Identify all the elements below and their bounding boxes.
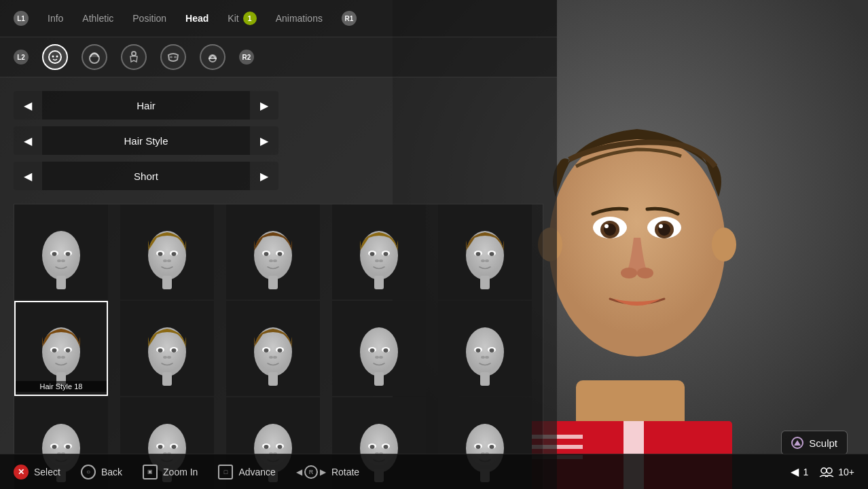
svg-point-20 bbox=[49, 51, 61, 63]
tab-kit-label: Kit bbox=[228, 13, 238, 24]
back-label: Back bbox=[101, 467, 122, 477]
svg-point-150 bbox=[827, 468, 832, 473]
hair-style-item-10[interactable] bbox=[438, 301, 532, 396]
svg-point-83 bbox=[163, 356, 167, 359]
left-panel: L1 Info Athletic Position Head Kit 1 Ani… bbox=[0, 0, 557, 489]
svg-point-64 bbox=[476, 252, 481, 256]
back-action: ○ Back bbox=[81, 465, 122, 479]
r1-button[interactable]: R1 bbox=[342, 11, 357, 26]
hair-style-item-1[interactable] bbox=[14, 204, 108, 300]
hair-style-item-3[interactable] bbox=[226, 204, 320, 300]
hair-style-item-7[interactable] bbox=[120, 301, 214, 396]
hair-style-item-6[interactable]: Hair Style 18 bbox=[14, 301, 108, 396]
face-icon-btn[interactable] bbox=[42, 44, 68, 70]
svg-point-59 bbox=[375, 259, 379, 262]
svg-point-66 bbox=[490, 252, 494, 256]
zoom-action: ▣ Zoom In bbox=[143, 465, 198, 479]
tab-kit[interactable]: Kit 1 bbox=[228, 12, 256, 25]
mask-icon-btn[interactable] bbox=[160, 44, 186, 70]
svg-point-68 bbox=[485, 259, 489, 262]
top-nav: L1 Info Athletic Position Head Kit 1 Ani… bbox=[0, 0, 557, 37]
svg-point-100 bbox=[379, 356, 383, 359]
r2-button[interactable]: R2 bbox=[239, 50, 254, 65]
hat-icon-btn[interactable] bbox=[200, 44, 225, 70]
hair-style-item-4[interactable] bbox=[332, 204, 426, 300]
svg-point-84 bbox=[167, 356, 171, 359]
tab-athletic-label: Athletic bbox=[82, 13, 113, 24]
hair-style-item-2[interactable] bbox=[120, 204, 214, 300]
svg-point-26 bbox=[174, 56, 177, 58]
hair-style-item-5[interactable] bbox=[438, 204, 532, 300]
selector-area: ◀ Hair ▶ ◀ Hair Style ▶ ◀ Short ▶ bbox=[0, 77, 557, 204]
body-icon-btn[interactable] bbox=[121, 44, 147, 70]
svg-point-82 bbox=[172, 348, 177, 352]
svg-rect-86 bbox=[268, 372, 278, 386]
svg-point-88 bbox=[264, 348, 269, 352]
sub-nav: L2 bbox=[0, 37, 557, 77]
hair-next-btn[interactable]: ▶ bbox=[250, 91, 278, 120]
circle-button[interactable]: ○ bbox=[81, 465, 96, 479]
l2-button[interactable]: L2 bbox=[14, 50, 29, 65]
svg-point-98 bbox=[384, 348, 388, 352]
svg-point-91 bbox=[269, 356, 273, 359]
hair-style-item-9[interactable] bbox=[332, 301, 426, 396]
hair-style-item-8[interactable] bbox=[226, 301, 320, 396]
tab-info[interactable]: Info bbox=[48, 13, 63, 24]
svg-point-52 bbox=[273, 259, 277, 262]
l1-button[interactable]: L1 bbox=[14, 11, 29, 26]
hair-prev-btn[interactable]: ◀ bbox=[14, 91, 42, 120]
zoom-button[interactable]: ▣ bbox=[143, 465, 158, 479]
svg-rect-38 bbox=[162, 276, 172, 289]
hair-style-prev-btn[interactable]: ◀ bbox=[14, 126, 42, 155]
svg-point-138 bbox=[384, 445, 388, 449]
svg-point-93 bbox=[360, 327, 398, 376]
svg-point-67 bbox=[481, 259, 485, 262]
svg-point-32 bbox=[52, 252, 57, 256]
svg-point-42 bbox=[172, 252, 177, 256]
rotate-action: ◀ R ▶ Rotate bbox=[296, 465, 359, 479]
x-button[interactable]: ✕ bbox=[14, 465, 29, 479]
svg-point-74 bbox=[66, 348, 71, 352]
advance-button[interactable]: □ bbox=[218, 465, 233, 479]
hair-style-label: Hair Style bbox=[42, 135, 250, 147]
tab-athletic[interactable]: Athletic bbox=[82, 13, 113, 24]
hair-face-svg bbox=[137, 311, 198, 386]
hair-style-selector: ◀ Hair Style ▶ bbox=[14, 126, 278, 155]
zoom-label: Zoom In bbox=[163, 467, 198, 477]
hair-face-svg bbox=[454, 215, 516, 289]
svg-point-22 bbox=[56, 56, 58, 58]
tab-position[interactable]: Position bbox=[132, 13, 166, 24]
svg-rect-54 bbox=[374, 276, 384, 289]
svg-rect-30 bbox=[56, 276, 66, 289]
svg-point-25 bbox=[170, 56, 173, 58]
length-prev-btn[interactable]: ◀ bbox=[14, 162, 42, 190]
svg-point-104 bbox=[476, 348, 481, 352]
svg-point-101 bbox=[466, 327, 504, 376]
length-selector: ◀ Short ▶ bbox=[14, 162, 278, 190]
svg-point-92 bbox=[273, 356, 277, 359]
hair-icon-btn[interactable] bbox=[82, 44, 107, 70]
hair-face-svg bbox=[454, 311, 516, 386]
svg-point-107 bbox=[481, 356, 485, 359]
hair-face-svg bbox=[348, 311, 410, 386]
counter2-value: 10+ bbox=[838, 467, 854, 477]
hair-selector: ◀ Hair ▶ bbox=[14, 91, 278, 120]
r-button[interactable]: R bbox=[304, 465, 318, 479]
tab-animations[interactable]: Animations bbox=[276, 13, 323, 24]
hair-style-next-btn[interactable]: ▶ bbox=[250, 126, 278, 155]
tab-head[interactable]: Head bbox=[185, 13, 209, 24]
svg-point-58 bbox=[384, 252, 388, 256]
svg-rect-46 bbox=[268, 276, 278, 289]
bottom-bar: ✕ Select ○ Back ▣ Zoom In □ Advance ◀ R … bbox=[0, 454, 868, 489]
svg-point-24 bbox=[132, 52, 136, 56]
svg-point-112 bbox=[52, 445, 57, 449]
svg-rect-78 bbox=[162, 372, 172, 386]
player-counter: ◀ 1 bbox=[791, 465, 808, 478]
svg-point-53 bbox=[360, 231, 398, 280]
sculpt-button[interactable]: Sculpt bbox=[781, 431, 848, 455]
hair-style-grid: Hair Style 18 bbox=[14, 204, 543, 489]
length-next-btn[interactable]: ▶ bbox=[250, 162, 278, 190]
svg-point-11 bbox=[604, 224, 609, 228]
svg-point-69 bbox=[42, 327, 80, 376]
svg-point-16 bbox=[621, 268, 637, 278]
